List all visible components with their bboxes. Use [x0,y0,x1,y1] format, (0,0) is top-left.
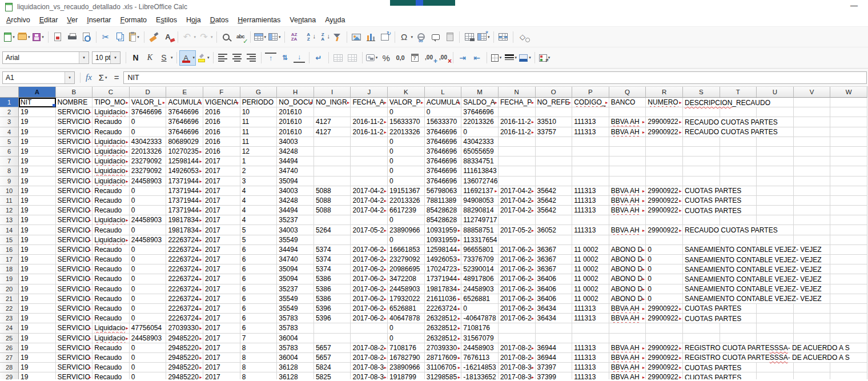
cell-I11[interactable]: 5088 [314,196,351,206]
cell-H11[interactable]: 34248 [277,196,314,206]
cell-F26[interactable]: 2017 [203,343,240,353]
cell-A22[interactable]: 19 [19,304,56,314]
cell-N8[interactable] [499,166,536,176]
cell-D10[interactable]: 0 [130,186,167,196]
cell-R3[interactable]: 29900922► [646,117,683,127]
row-header-29[interactable]: 29 [0,372,19,379]
cell-N7[interactable] [499,157,536,166]
row-header-27[interactable]: 27 [0,353,19,363]
cell-C21[interactable]: Recaudo [93,294,130,304]
cell-S6[interactable] [683,147,720,157]
cell-H17[interactable]: 34740 [277,255,314,264]
cell-V23[interactable] [794,314,831,323]
cell-P8[interactable] [572,166,609,176]
cell-A21[interactable]: 19 [19,294,56,304]
cell-T8[interactable] [720,166,757,176]
cell-O11[interactable]: 35642 [536,196,573,206]
cell-H4[interactable]: 201610 [277,127,314,137]
cell-N13[interactable] [499,215,536,225]
cell-K6[interactable]: 0 [388,147,425,157]
cell-M18[interactable]: 52390014 [461,264,499,274]
cell-A3[interactable]: 19 [19,117,56,127]
cell-M8[interactable]: 111613843 [461,166,499,176]
cell-J2[interactable] [351,107,388,117]
select-function-button[interactable]: Σ▾ [95,70,111,85]
dropdown-caret-icon[interactable]: ▾ [207,55,210,60]
column-header-H[interactable]: H [277,87,314,98]
cell-Q22[interactable]: BBVA AH► [609,304,646,314]
cell-D27[interactable]: 0 [130,353,167,363]
cell-W1[interactable] [830,98,867,107]
cell-L19[interactable]: 17371944► [425,274,462,284]
cell-K25[interactable]: 0 [388,334,425,343]
cell-P19[interactable]: 11 0002 [572,274,609,284]
cell-W12[interactable] [830,206,867,215]
cell-R1[interactable]: NUMERO► [646,98,683,107]
cell-Q23[interactable]: BBVA AH► [609,314,646,323]
cell-R14[interactable]: 29900922► [646,225,683,235]
cell-R22[interactable]: 29900922► [646,304,683,314]
cell-C22[interactable]: Recaudo [93,304,130,314]
autofilter-button[interactable] [330,29,344,45]
cell-C10[interactable]: Recaudo [93,186,130,196]
row-header-1[interactable]: 1 [0,98,19,107]
cell-L6[interactable]: 37646696 [425,147,462,157]
cell-K13[interactable]: 0 [388,215,425,225]
row-header-6[interactable]: 6 [0,147,19,157]
cell-F5[interactable]: 2016 [203,137,240,147]
cell-E29[interactable]: 29485220► [166,372,203,379]
align-top-button[interactable]: ↑ [264,50,278,66]
cell-E8[interactable]: 14926053► [166,166,203,176]
cell-L14[interactable]: 10931959► [425,225,462,235]
cell-I6[interactable] [314,147,351,157]
cell-L4[interactable]: 37646696 [425,127,462,137]
cell-O15[interactable] [536,235,573,245]
cell-W22[interactable] [830,304,867,314]
cell-G8[interactable]: 2 [240,166,278,176]
cell-G27[interactable]: 8 [240,353,278,363]
cell-A8[interactable]: 19 [19,166,56,176]
cell-I4[interactable]: 4127 [314,127,351,137]
cell-N19[interactable]: 2017-06-2► [499,274,536,284]
menu-datos[interactable]: Datos [206,14,234,26]
cell-L3[interactable]: 15633370 [425,117,462,127]
cell-P29[interactable]: 111313 [572,372,609,379]
row-header-19[interactable]: 19 [0,274,19,284]
cell-C26[interactable]: Recaudo [93,343,130,353]
cell-V13[interactable] [794,215,831,225]
cell-C25[interactable]: Liquidacio► [93,334,130,343]
cell-I10[interactable]: 5088 [314,186,351,196]
cell-O24[interactable] [536,323,573,333]
menu-archivo[interactable]: Archivo [2,14,35,26]
cell-W11[interactable] [830,196,867,206]
dropdown-caret-icon[interactable]: ▾ [194,35,196,39]
insert-chart-button[interactable] [364,29,378,45]
cell-O26[interactable]: 36944 [536,343,573,353]
cell-M28[interactable]: -16214853 [461,363,499,372]
dropdown-caret-icon[interactable]: ▾ [171,55,173,60]
cell-A15[interactable]: 19 [19,235,56,245]
align-left-button[interactable] [216,50,230,66]
cell-I29[interactable]: 5825 [314,372,351,379]
column-header-F[interactable]: F [203,87,240,98]
cell-S27[interactable]: REGISTRO CUOTA PARTE SSSA- DE ACUERDO A … [683,353,720,363]
cell-L9[interactable]: 37646696 [425,177,462,186]
cell-R9[interactable] [646,177,683,186]
cell-S16[interactable]: SANEAMIENTO CONTABLE VEJEZ- VEJEZ [683,245,720,255]
cell-G25[interactable]: 7 [240,334,278,343]
cell-R18[interactable]: 0 [646,264,683,274]
cell-A27[interactable]: 19 [19,353,56,363]
cell-E2[interactable]: 37646696 [166,107,203,117]
column-header-P[interactable]: P [572,87,609,98]
cell-H7[interactable]: 34494 [277,157,314,166]
cell-E15[interactable]: 22263724► [166,235,203,245]
cell-W25[interactable] [830,334,867,343]
hyperlink-button[interactable] [414,29,428,45]
cell-A10[interactable]: 19 [19,186,56,196]
cell-O2[interactable] [536,107,573,117]
cell-J8[interactable] [351,166,388,176]
dropdown-caret-icon[interactable]: ▾ [376,55,378,60]
cell-S28[interactable]: CUOTAS PARTES [683,363,720,372]
cell-I5[interactable] [314,137,351,147]
cell-E24[interactable]: 27039330► [166,323,203,333]
